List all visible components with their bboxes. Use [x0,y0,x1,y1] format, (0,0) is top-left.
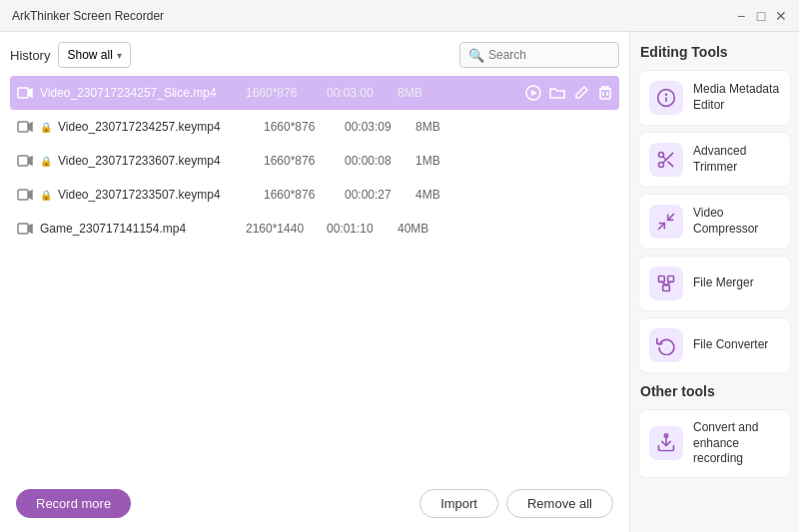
scissors-icon [649,143,683,177]
file-merger-label: File Merger [693,275,754,291]
convert-enhance-label: Convert and enhance recording [693,420,780,467]
file-duration: 00:00:08 [345,154,409,168]
tool-card-video-compressor[interactable]: Video Compressor [638,194,791,250]
record-more-button[interactable]: Record more [16,489,131,518]
svg-rect-3 [600,89,610,99]
file-size: 4MB [415,188,455,202]
svg-rect-7 [18,156,28,166]
file-name: Game_230717141154.mp4 [40,222,240,236]
svg-line-18 [659,224,665,230]
right-panel: Editing Tools Media Metadata Editor [629,32,799,532]
main-container: History Show all ▾ 🔍 Video_230717234257_… [0,32,799,532]
file-type-icon [16,186,34,204]
file-size: 8MB [415,120,455,134]
file-name: Video_230717234257.keymp4 [58,120,258,134]
minimize-button[interactable]: − [735,10,747,22]
window-controls: − □ ✕ [735,10,787,22]
file-size: 8MB [398,86,437,100]
search-icon: 🔍 [468,48,484,63]
file-row[interactable]: 🔒Video_230717233507.keymp41660*87600:00:… [10,178,619,212]
search-input[interactable] [488,48,610,62]
other-tools-title: Other tools [638,383,791,399]
enhance-icon [649,426,683,460]
import-button[interactable]: Import [419,489,498,518]
svg-rect-6 [18,122,28,132]
file-resolution: 1660*876 [264,120,339,134]
file-size: 40MB [398,222,437,236]
svg-line-16 [668,162,673,167]
advanced-trimmer-label: Advanced Trimmer [693,144,780,175]
file-resolution: 2160*1440 [246,222,321,236]
svg-rect-0 [18,88,28,98]
edit-button[interactable] [573,85,589,101]
file-duration: 00:03:09 [345,120,409,134]
tool-card-file-merger[interactable]: File Merger [638,256,791,311]
svg-rect-20 [659,276,665,282]
folder-button[interactable] [549,85,565,101]
bottom-bar: Record more Import Remove all [10,481,619,522]
chevron-down-icon: ▾ [117,50,122,61]
history-label: History [10,48,50,63]
svg-rect-8 [18,190,28,200]
tool-card-convert-enhance[interactable]: Convert and enhance recording [638,409,791,478]
title-bar: ArkThinker Screen Recorder − □ ✕ [0,0,799,32]
file-duration: 00:03:00 [327,86,392,100]
play-button[interactable] [525,85,541,101]
file-row[interactable]: Game_230717141154.mp42160*144000:01:1040… [10,212,619,246]
tool-card-file-converter[interactable]: File Converter [638,317,791,373]
history-select[interactable]: Show all ▾ [58,42,130,68]
lock-icon: 🔒 [40,190,52,201]
svg-rect-22 [663,285,670,291]
file-row[interactable]: 🔒Video_230717234257.keymp41660*87600:03:… [10,110,619,144]
compress-icon [649,205,683,239]
file-resolution: 1660*876 [264,188,339,202]
toolbar: History Show all ▾ 🔍 [10,42,619,68]
close-button[interactable]: ✕ [775,10,787,22]
file-type-icon [16,220,34,238]
show-all-label: Show all [67,48,112,62]
lock-icon: 🔒 [40,122,52,133]
app-title: ArkThinker Screen Recorder [12,9,735,23]
merge-icon [649,266,683,300]
info-icon [649,81,683,115]
file-list: Video_230717234257_Slice.mp41660*87600:0… [10,76,619,473]
file-converter-label: File Converter [693,337,768,353]
file-duration: 00:01:10 [327,222,392,236]
svg-marker-2 [531,90,537,96]
file-size: 1MB [415,154,455,168]
maximize-button[interactable]: □ [755,10,767,22]
file-type-icon [16,84,34,102]
file-row[interactable]: Video_230717234257_Slice.mp41660*87600:0… [10,76,619,110]
file-duration: 00:00:27 [345,188,409,202]
tool-card-media-metadata[interactable]: Media Metadata Editor [638,70,791,126]
file-resolution: 1660*876 [264,154,339,168]
svg-rect-21 [668,276,674,282]
editing-tools-title: Editing Tools [638,44,791,60]
file-name: Video_230717233607.keymp4 [58,154,258,168]
svg-line-19 [668,215,674,221]
tool-card-advanced-trimmer[interactable]: Advanced Trimmer [638,132,791,188]
svg-rect-9 [18,224,28,234]
file-actions [525,85,613,101]
svg-line-17 [663,157,666,160]
file-type-icon [16,118,34,136]
media-metadata-label: Media Metadata Editor [693,82,780,113]
convert-icon [649,328,683,362]
search-box: 🔍 [459,42,619,68]
file-name: Video_230717233507.keymp4 [58,188,258,202]
file-row[interactable]: 🔒Video_230717233607.keymp41660*87600:00:… [10,144,619,178]
file-type-icon [16,152,34,170]
left-panel: History Show all ▾ 🔍 Video_230717234257_… [0,32,629,532]
file-resolution: 1660*876 [246,86,321,100]
file-name: Video_230717234257_Slice.mp4 [40,86,240,100]
lock-icon: 🔒 [40,156,52,167]
video-compressor-label: Video Compressor [693,206,780,237]
remove-all-button[interactable]: Remove all [506,489,613,518]
delete-button[interactable] [597,85,613,101]
